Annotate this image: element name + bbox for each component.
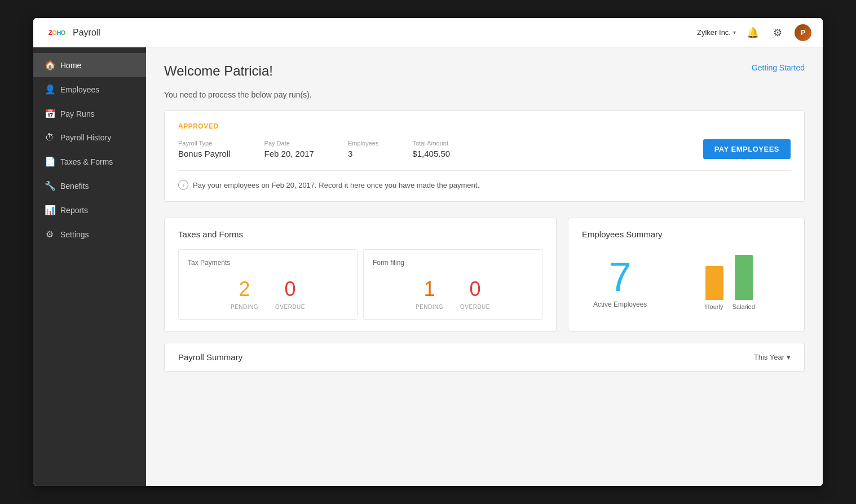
employees-chart: Hourly Salaried — [669, 249, 791, 316]
pay-date-col: Pay Date Feb 20, 2017 — [264, 140, 314, 159]
top-right-area: Zylker Inc. ▾ 🔔 ⚙ P — [697, 24, 811, 41]
sidebar-item-payroll-history[interactable]: ⏱ Payroll History — [33, 126, 146, 149]
form-filing-label: Form filing — [373, 259, 533, 267]
sidebar-item-taxes-forms[interactable]: 📄 Taxes & Forms — [33, 149, 146, 174]
form-filing-overdue-label: OVERDUE — [460, 304, 490, 310]
payroll-summary-row: Payroll Summary This Year ▾ — [164, 343, 805, 372]
info-icon: i — [178, 180, 188, 190]
form-filing-section: Form filing 1 PENDING 0 OVERDUE — [363, 249, 542, 320]
company-name-text: Zylker Inc. — [697, 28, 731, 37]
sidebar-item-settings-label: Settings — [60, 230, 89, 239]
notifications-icon[interactable]: 🔔 — [745, 25, 761, 41]
home-icon: 🏠 — [45, 60, 55, 70]
payroll-details: Payroll Type Bonus Payroll Pay Date Feb … — [178, 139, 791, 159]
form-filing-overdue: 0 OVERDUE — [460, 278, 490, 310]
info-text: Pay your employees on Feb 20, 2017. Reco… — [193, 181, 479, 189]
taxes-grid: Tax Payments 2 PENDING 0 OVERDUE — [178, 249, 542, 320]
bottom-grid: Taxes and Forms Tax Payments 2 PENDING 0 — [164, 218, 805, 331]
approved-card: APPROVED Payroll Type Bonus Payroll Pay … — [164, 110, 805, 202]
approved-badge: APPROVED — [178, 122, 791, 130]
pay-date-label: Pay Date — [264, 140, 314, 147]
active-employees-label: Active Employees — [593, 300, 647, 308]
sidebar-item-home[interactable]: 🏠 Home — [33, 53, 146, 77]
pay-employees-button[interactable]: PAY EMPLOYEES — [703, 139, 791, 159]
page-title: Welcome Patricia! — [164, 63, 273, 79]
content-header: Welcome Patricia! Getting Started — [164, 63, 805, 79]
subtitle: You need to process the below pay run(s)… — [164, 90, 805, 99]
form-filing-overdue-value: 0 — [460, 278, 490, 300]
salaried-bar-col: Salaried — [733, 255, 755, 310]
main-layout: 🏠 Home 👤 Employees 📅 Pay Runs ⏱ Payroll … — [33, 47, 823, 486]
active-count-area: 7 Active Employees — [582, 251, 658, 314]
hourly-label: Hourly — [705, 303, 723, 310]
sidebar-item-pay-runs[interactable]: 📅 Pay Runs — [33, 101, 146, 126]
form-filing-pending-value: 1 — [416, 278, 443, 300]
sidebar-item-benefits[interactable]: 🔧 Benefits — [33, 174, 146, 198]
getting-started-link[interactable]: Getting Started — [752, 63, 805, 72]
employees-summary-card: Employees Summary 7 Active Employees Hou… — [568, 218, 805, 331]
total-amount-value: $1,405.50 — [412, 149, 450, 158]
payroll-summary-title: Payroll Summary — [178, 352, 242, 362]
tax-payment-numbers: 2 PENDING 0 OVERDUE — [188, 278, 348, 310]
sidebar-item-home-label: Home — [60, 61, 81, 70]
payroll-type-label: Payroll Type — [178, 140, 231, 147]
main-content: Welcome Patricia! Getting Started You ne… — [146, 47, 823, 486]
reports-icon: 📊 — [45, 205, 55, 215]
employees-icon: 👤 — [45, 84, 55, 95]
taxes-card: Taxes and Forms Tax Payments 2 PENDING 0 — [164, 218, 557, 331]
taxes-forms-icon: 📄 — [45, 156, 55, 167]
employees-summary-body: 7 Active Employees Hourly Salaried — [582, 249, 791, 316]
employees-label: Employees — [348, 140, 378, 147]
benefits-icon: 🔧 — [45, 180, 55, 191]
payroll-history-icon: ⏱ — [45, 132, 55, 143]
tax-payments-pending-label: PENDING — [231, 304, 258, 310]
sidebar-item-taxes-forms-label: Taxes & Forms — [60, 157, 113, 166]
sidebar: 🏠 Home 👤 Employees 📅 Pay Runs ⏱ Payroll … — [33, 47, 146, 486]
tax-payments-pending: 2 PENDING — [231, 278, 258, 310]
avatar-initials: P — [801, 29, 805, 37]
taxes-section-title: Taxes and Forms — [178, 229, 542, 239]
employees-value: 3 — [348, 149, 352, 158]
tax-payments-overdue: 0 OVERDUE — [275, 278, 305, 310]
pay-runs-icon: 📅 — [45, 108, 55, 119]
form-filing-numbers: 1 PENDING 0 OVERDUE — [373, 278, 533, 310]
avatar[interactable]: P — [795, 24, 811, 41]
tax-payments-overdue-value: 0 — [275, 278, 305, 300]
pay-date-value: Feb 20, 2017 — [264, 149, 314, 158]
sidebar-item-pay-runs-label: Pay Runs — [60, 109, 95, 118]
tax-payments-section: Tax Payments 2 PENDING 0 OVERDUE — [178, 249, 358, 320]
hourly-bar-col: Hourly — [705, 266, 723, 310]
payroll-summary-filter[interactable]: This Year ▾ — [754, 353, 791, 361]
payroll-type-value: Bonus Payroll — [178, 149, 231, 158]
sidebar-item-reports-label: Reports — [60, 206, 88, 215]
sidebar-item-employees-label: Employees — [60, 85, 99, 94]
logo-area: ZOHO Payroll — [45, 26, 100, 39]
form-filing-pending: 1 PENDING — [416, 278, 443, 310]
sidebar-item-settings[interactable]: ⚙ Settings — [33, 222, 146, 246]
chevron-down-icon: ▾ — [733, 29, 736, 36]
tax-payments-overdue-label: OVERDUE — [275, 304, 305, 310]
employees-summary-title: Employees Summary — [582, 229, 791, 239]
sidebar-item-reports[interactable]: 📊 Reports — [33, 198, 146, 222]
zoho-logo: ZOHO — [45, 26, 69, 39]
company-selector[interactable]: Zylker Inc. ▾ — [697, 28, 736, 37]
active-employees-count: 7 — [593, 257, 647, 297]
sidebar-item-employees[interactable]: 👤 Employees — [33, 77, 146, 101]
info-row: i Pay your employees on Feb 20, 2017. Re… — [178, 180, 791, 190]
hourly-bar — [705, 266, 723, 300]
payroll-filter-label: This Year — [754, 353, 784, 361]
tax-payments-label: Tax Payments — [188, 259, 348, 267]
top-bar: ZOHO Payroll Zylker Inc. ▾ 🔔 ⚙ P — [33, 18, 823, 47]
total-amount-col: Total Amount $1,405.50 — [412, 140, 450, 159]
tax-payments-pending-value: 2 — [231, 278, 258, 300]
settings-sidebar-icon: ⚙ — [45, 229, 55, 240]
salaried-bar — [735, 255, 753, 300]
employees-col: Employees 3 — [348, 140, 378, 159]
payroll-filter-chevron-icon: ▾ — [787, 353, 791, 361]
logo-payroll-text: Payroll — [73, 28, 100, 38]
form-filing-pending-label: PENDING — [416, 304, 443, 310]
total-amount-label: Total Amount — [412, 140, 450, 147]
payroll-type-col: Payroll Type Bonus Payroll — [178, 140, 231, 159]
sidebar-item-benefits-label: Benefits — [60, 182, 89, 191]
settings-icon[interactable]: ⚙ — [770, 25, 786, 41]
